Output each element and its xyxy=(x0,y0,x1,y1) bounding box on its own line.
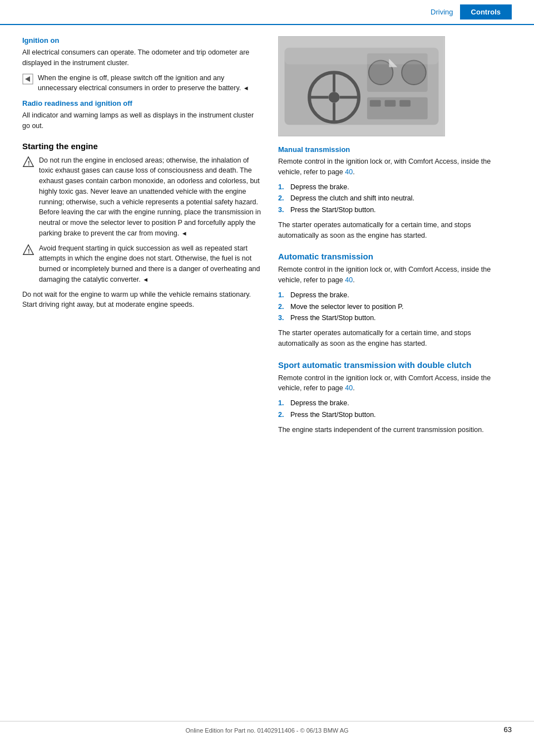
radio-body: All indicator and warning lamps as well … xyxy=(22,110,261,131)
dashboard-image xyxy=(278,36,445,136)
header-tabs: Driving Controls xyxy=(424,4,512,19)
manual-page-link[interactable]: 40 xyxy=(345,168,353,176)
warmup-text: Do not wait for the engine to warm up wh… xyxy=(22,289,261,311)
auto-step-1: 1.Depress the brake. xyxy=(278,290,512,301)
warning-text-2: Avoid frequent starting in quick success… xyxy=(39,243,261,285)
manual-steps-list: 1.Depress the brake. 2.Depress the clutc… xyxy=(278,182,512,215)
starting-heading: Starting the engine xyxy=(22,141,261,151)
ignition-note-box: When the engine is off, please switch of… xyxy=(22,73,261,94)
content-area: Ignition on All electrical consumers can… xyxy=(0,25,534,473)
sport-note: The engine starts independent of the cur… xyxy=(278,425,512,435)
dashboard-svg xyxy=(279,37,444,136)
ignition-heading: Ignition on xyxy=(22,36,261,45)
sport-step-1: 1.Depress the brake. xyxy=(278,398,512,409)
svg-rect-22 xyxy=(285,48,439,65)
right-column: Manual transmission Remote control in th… xyxy=(278,36,512,439)
manual-heading: Manual transmission xyxy=(278,145,512,154)
sport-section: Sport automatic transmission with double… xyxy=(278,360,512,435)
manual-body: Remote control in the ignition lock or, … xyxy=(278,156,512,178)
warning-box-2: ! Avoid frequent starting in quick succe… xyxy=(22,243,261,285)
left-column: Ignition on All electrical consumers can… xyxy=(22,36,261,439)
sport-heading: Sport automatic transmission with double… xyxy=(278,360,512,370)
sport-body: Remote control in the ignition lock or, … xyxy=(278,373,512,394)
svg-rect-19 xyxy=(370,100,381,107)
warning-triangle-icon-1: ! xyxy=(22,156,34,168)
page-footer: Online Edition for Part no. 01402911406 … xyxy=(0,721,534,734)
starting-section: Starting the engine ! Do not run the eng… xyxy=(22,141,261,311)
arrow-right-icon xyxy=(22,73,33,85)
page-container: Driving Controls Ignition on All electri… xyxy=(0,0,534,756)
radio-heading: Radio readiness and ignition off xyxy=(22,99,261,107)
warning-box-1: ! Do not run the engine in enclosed area… xyxy=(22,155,261,239)
tab-controls[interactable]: Controls xyxy=(460,4,512,19)
warning-text-1: Do not run the engine in enclosed areas;… xyxy=(39,155,261,239)
svg-rect-21 xyxy=(399,100,411,107)
radio-section: Radio readiness and ignition off All ind… xyxy=(22,99,261,131)
svg-point-9 xyxy=(329,92,340,103)
auto-body: Remote control in the ignition lock or, … xyxy=(278,264,512,286)
manual-step-3: 3.Press the Start/Stop button. xyxy=(278,205,512,215)
auto-step-3: 3.Press the Start/Stop button. xyxy=(278,313,512,323)
svg-text:!: ! xyxy=(28,159,30,166)
auto-note: The starter operates automatically for a… xyxy=(278,328,512,349)
auto-steps-list: 1.Depress the brake. 2.Move the selector… xyxy=(278,290,512,323)
auto-heading: Automatic transmission xyxy=(278,252,512,261)
ignition-section: Ignition on All electrical consumers can… xyxy=(22,36,261,94)
auto-step-2: 2.Move the selector lever to position P. xyxy=(278,302,512,312)
sport-step-2: 2.Press the Start/Stop button. xyxy=(278,410,512,420)
tab-driving[interactable]: Driving xyxy=(424,6,459,18)
warning-triangle-icon-2: ! xyxy=(22,244,34,256)
auto-section: Automatic transmission Remote control in… xyxy=(278,252,512,348)
manual-step-2: 2.Depress the clutch and shift into neut… xyxy=(278,193,512,204)
ignition-body: All electrical consumers can operate. Th… xyxy=(22,47,261,68)
sport-steps-list: 1.Depress the brake. 2.Press the Start/S… xyxy=(278,398,512,420)
auto-page-link[interactable]: 40 xyxy=(345,276,353,284)
manual-step-1: 1.Depress the brake. xyxy=(278,182,512,193)
footer-text: Online Edition for Part no. 01402911406 … xyxy=(185,727,348,734)
svg-marker-1 xyxy=(25,76,30,82)
svg-text:!: ! xyxy=(28,247,30,254)
sport-page-link[interactable]: 40 xyxy=(345,384,353,392)
manual-section: Manual transmission Remote control in th… xyxy=(278,145,512,240)
page-number: 63 xyxy=(504,725,512,734)
manual-auto-note: The starter operates automatically for a… xyxy=(278,220,512,241)
header-bar: Driving Controls xyxy=(0,0,534,25)
svg-rect-20 xyxy=(385,100,396,107)
ignition-note-text: When the engine is off, please switch of… xyxy=(38,73,261,94)
